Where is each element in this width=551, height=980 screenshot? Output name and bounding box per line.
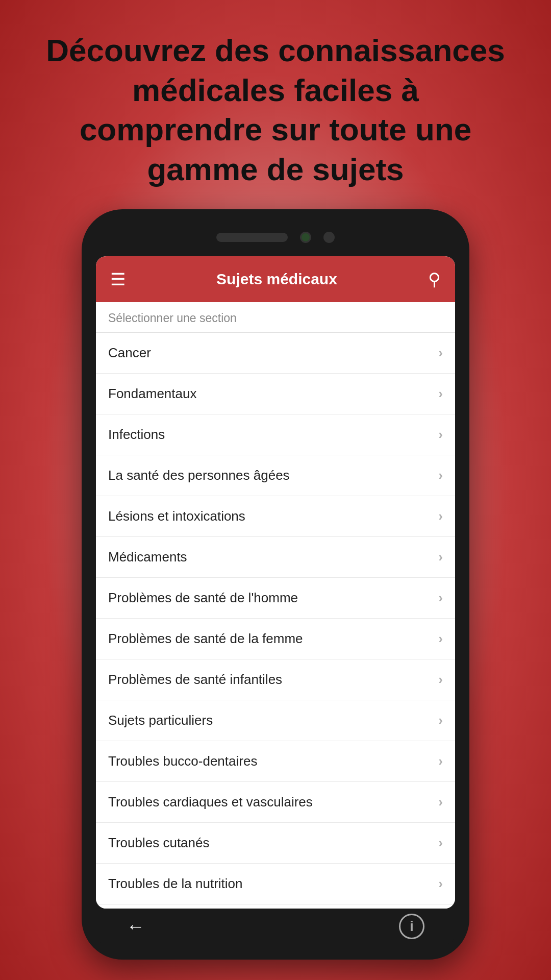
back-icon[interactable]: ← bbox=[127, 916, 145, 937]
list-item[interactable]: Fondamentaux› bbox=[96, 374, 455, 414]
chevron-right-icon: › bbox=[438, 427, 443, 443]
list-item[interactable]: Infections› bbox=[96, 414, 455, 455]
chevron-right-icon: › bbox=[438, 794, 443, 810]
list-item[interactable]: Lésions et intoxications› bbox=[96, 496, 455, 537]
phone-mic bbox=[323, 232, 335, 243]
list-item-label: Problèmes de santé de la femme bbox=[108, 631, 303, 647]
list-item[interactable]: Problèmes de santé de l'homme› bbox=[96, 578, 455, 619]
chevron-right-icon: › bbox=[438, 386, 443, 402]
headline: Découvrez des connaissances médicales fa… bbox=[0, 0, 551, 209]
phone-top-bar bbox=[96, 225, 455, 250]
phone-speaker bbox=[216, 233, 288, 242]
list-item[interactable]: Cancer› bbox=[96, 333, 455, 374]
search-icon[interactable]: ⚲ bbox=[428, 269, 441, 289]
list-item[interactable]: Sujets particuliers› bbox=[96, 700, 455, 741]
chevron-right-icon: › bbox=[438, 672, 443, 688]
list-item-label: Troubles de la nutrition bbox=[108, 876, 243, 892]
phone-bottom-bar: ← i bbox=[96, 909, 455, 944]
list-container[interactable]: Cancer›Fondamentaux›Infections›La santé … bbox=[96, 333, 455, 909]
chevron-right-icon: › bbox=[438, 590, 443, 606]
list-item[interactable]: Problèmes de santé infantiles› bbox=[96, 659, 455, 700]
chevron-right-icon: › bbox=[438, 753, 443, 769]
chevron-right-icon: › bbox=[438, 713, 443, 728]
list-item-label: Médicaments bbox=[108, 549, 187, 565]
chevron-right-icon: › bbox=[438, 876, 443, 892]
app-bar-title: Sujets médicaux bbox=[216, 271, 337, 288]
list-item[interactable]: Troubles cardiaques et vasculaires› bbox=[96, 782, 455, 823]
list-item[interactable]: La santé des personnes âgées› bbox=[96, 455, 455, 496]
chevron-right-icon: › bbox=[438, 631, 443, 647]
list-item-label: Sujets particuliers bbox=[108, 713, 213, 728]
list-item-label: Troubles cardiaques et vasculaires bbox=[108, 794, 313, 810]
list-item-label: Troubles bucco-dentaires bbox=[108, 753, 257, 769]
hamburger-icon[interactable]: ☰ bbox=[110, 269, 126, 289]
chevron-right-icon: › bbox=[438, 345, 443, 361]
list-item[interactable]: Troubles cutanés› bbox=[96, 823, 455, 864]
phone-frame: ☰ Sujets médicaux ⚲ Sélectionner une sec… bbox=[82, 209, 469, 960]
list-item-label: Lésions et intoxications bbox=[108, 508, 245, 524]
chevron-right-icon: › bbox=[438, 508, 443, 524]
list-item-label: Infections bbox=[108, 427, 165, 443]
list-item-label: Fondamentaux bbox=[108, 386, 196, 402]
phone-screen: ☰ Sujets médicaux ⚲ Sélectionner une sec… bbox=[96, 256, 455, 909]
chevron-right-icon: › bbox=[438, 835, 443, 851]
list-item-label: La santé des personnes âgées bbox=[108, 468, 290, 483]
list-item[interactable]: Médicaments› bbox=[96, 537, 455, 578]
section-header: Sélectionner une section bbox=[96, 302, 455, 333]
list-item[interactable]: Troubles bucco-dentaires› bbox=[96, 741, 455, 782]
list-item-label: Troubles cutanés bbox=[108, 835, 209, 851]
app-bar: ☰ Sujets médicaux ⚲ bbox=[96, 256, 455, 302]
chevron-right-icon: › bbox=[438, 468, 443, 483]
phone-camera bbox=[300, 232, 311, 243]
list-item-label: Problèmes de santé infantiles bbox=[108, 672, 282, 688]
list-item-label: Problèmes de santé de l'homme bbox=[108, 590, 298, 606]
list-item[interactable]: Problèmes de santé de la femme› bbox=[96, 619, 455, 659]
chevron-right-icon: › bbox=[438, 549, 443, 565]
list-item[interactable]: Troubles de la nutrition› bbox=[96, 864, 455, 904]
info-icon[interactable]: i bbox=[399, 914, 424, 939]
list-item-label: Cancer bbox=[108, 345, 151, 361]
